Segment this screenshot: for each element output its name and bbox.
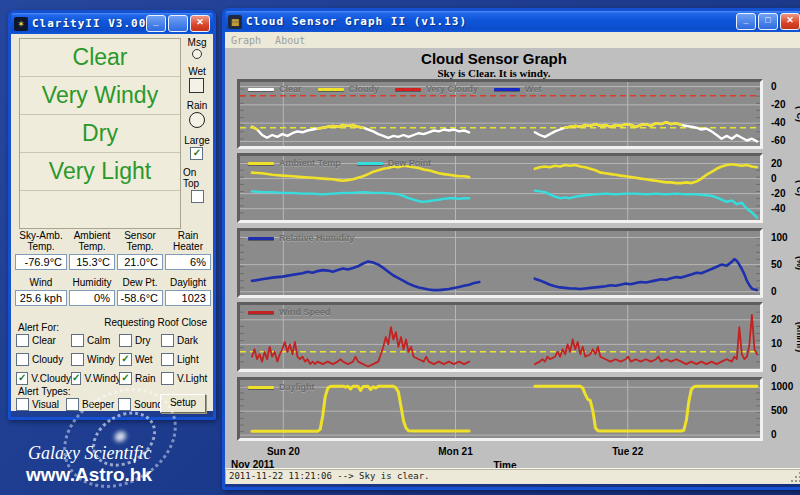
maximize-button[interactable]: □	[758, 13, 778, 30]
sky-status-display: ClearVery WindyDryVery Light	[19, 38, 181, 229]
checkbox-icon[interactable]	[119, 334, 132, 347]
alert-checkbox-wet[interactable]: ✓Wet	[119, 353, 161, 366]
y-axis-unit: (°C)	[795, 168, 800, 208]
alert-checkbox-label: V.Cloudy	[31, 373, 71, 384]
series-relative-humidity	[252, 261, 479, 290]
alert-checkbox-vlight[interactable]: V.Light	[161, 372, 208, 385]
clarity-client-area: ClearVery WindyDryVery Light MsgWetRainL…	[11, 34, 213, 411]
sensor-label: Sky-Amb.Temp.	[15, 230, 67, 252]
status-text: 2011-11-22 11:21:06 --> Sky is clear.	[229, 471, 429, 481]
clarity-titlebar[interactable]: ✶ ClarityII V3.007 _ ✕	[11, 13, 213, 34]
close-icon[interactable]: ✕	[190, 15, 210, 32]
alert-checkbox-dark[interactable]: Dark	[161, 334, 208, 347]
checkbox-icon[interactable]: ✓	[119, 353, 132, 366]
menu-graph[interactable]: Graph	[231, 35, 261, 46]
alert-checkbox-clear[interactable]: Clear	[16, 334, 71, 347]
alert-for-label: Alert For:	[18, 322, 59, 333]
sensor-label: SensorTemp.	[117, 230, 163, 252]
y-tick-label: 100	[771, 232, 800, 243]
y-tick-label: -60	[771, 135, 800, 146]
sensor-value-field[interactable]: 21.0°C	[117, 254, 163, 270]
checkbox-icon[interactable]	[16, 398, 29, 411]
alert-types-label: Alert Types:	[18, 386, 71, 397]
on-top-checkbox[interactable]	[191, 190, 204, 203]
legend-label: Dew Point	[388, 158, 432, 168]
series-dew-point	[252, 191, 469, 202]
series-wind-speed	[535, 315, 757, 364]
sensor-readings: Sky-Amb.Temp.-76.9°CAmbientTemp.15.3°CSe…	[13, 230, 211, 306]
side-indicator-column: MsgWetRainLarge✓On Top	[183, 37, 211, 210]
checkbox-icon[interactable]	[16, 334, 29, 347]
sensor-value-field[interactable]: -76.9°C	[15, 254, 67, 270]
alert-checkbox-windy[interactable]: Windy	[71, 353, 119, 366]
alert-checkbox-label: Calm	[87, 335, 110, 346]
alert-checkbox-calm[interactable]: Calm	[71, 334, 119, 347]
checkbox-icon[interactable]: ✓	[16, 372, 28, 385]
minimize-button[interactable]: _	[146, 15, 166, 32]
series-ambient-temp	[535, 164, 757, 183]
chart-panel-sky-temperature: ClearCloudyVery CloudyWet0-20-40-60(°C)	[237, 79, 797, 149]
checkbox-icon[interactable]	[71, 353, 84, 366]
alert-checkbox-label: V.Light	[177, 373, 207, 384]
legend-daylight: Daylight	[248, 381, 315, 393]
side-control-wet: Wet	[188, 66, 206, 93]
legend-wind-speed: Wind Speed	[248, 306, 330, 318]
checkbox-icon[interactable]	[161, 353, 174, 366]
alert-checkbox-label: Cloudy	[32, 354, 63, 365]
resize-grip[interactable]	[790, 471, 800, 483]
checkbox-icon[interactable]	[16, 353, 29, 366]
alert-checkbox-light[interactable]: Light	[161, 353, 208, 366]
legend-item-wind-speed: Wind Speed	[248, 307, 330, 317]
alert-checkbox-label: Dry	[135, 335, 151, 346]
checkbox-icon[interactable]	[161, 334, 174, 347]
minimize-button[interactable]: _	[736, 13, 756, 30]
alert-checkbox-label: Dark	[177, 335, 198, 346]
graph-titlebar[interactable]: ▦ Cloud Sensor Graph II (v1.13) _ □ ✕	[225, 11, 800, 32]
sensor-rain: RainHeater6%	[165, 230, 211, 270]
alert-type-visual[interactable]: Visual	[16, 398, 66, 411]
y-tick-label: 0	[771, 286, 800, 297]
alert-checkbox-cloudy[interactable]: Cloudy	[16, 353, 71, 366]
large-checkbox[interactable]: ✓	[190, 147, 203, 160]
side-control-large: Large✓	[184, 135, 210, 160]
sensor-ambient: AmbientTemp.15.3°C	[69, 230, 115, 270]
checkbox-icon[interactable]: ✓	[71, 372, 81, 385]
sensor-dew-pt-: Dew Pt.-58.6°C	[117, 277, 163, 306]
rain-indicator-icon	[189, 112, 205, 128]
y-tick-label: 20	[771, 158, 800, 169]
sensor-value-field[interactable]: 1023	[165, 290, 211, 306]
checkbox-icon[interactable]	[161, 372, 174, 385]
alert-checkbox-dry[interactable]: Dry	[119, 334, 161, 347]
clarity-window: ✶ ClarityII V3.007 _ ✕ ClearVery WindyDr…	[8, 10, 216, 420]
legend-item-clear: Clear	[248, 84, 302, 94]
close-icon[interactable]: ✕	[780, 13, 800, 30]
sensor-sensor: SensorTemp.21.0°C	[117, 230, 163, 270]
legend-swatch-icon	[494, 88, 520, 91]
checkbox-icon[interactable]	[71, 334, 84, 347]
legend-label: Ambient Temp	[279, 158, 341, 168]
sky-status-row: Clear	[20, 39, 180, 77]
legend-label: Clear	[279, 84, 302, 94]
clarity-window-title: ClarityII V3.007	[32, 17, 146, 30]
sensor-value-field[interactable]: 25.6 kph	[15, 290, 67, 306]
sensor-value-field[interactable]: -58.6°C	[117, 290, 163, 306]
plot-area-wind-speed: Wind Speed	[237, 302, 763, 372]
alert-checkbox-vcloudy[interactable]: ✓V.Cloudy	[16, 372, 71, 385]
sensor-value-field[interactable]: 6%	[165, 254, 211, 270]
alert-type-label: Visual	[32, 399, 59, 410]
legend-item-dew-point: Dew Point	[357, 158, 432, 168]
legend-item-wet: Wet	[494, 84, 541, 94]
legend-item-ambient-temp: Ambient Temp	[248, 158, 341, 168]
legend-label: Very Cloudy	[426, 84, 478, 94]
menu-about[interactable]: About	[275, 35, 305, 46]
alert-checkbox-vwindy[interactable]: ✓V.Windy	[71, 372, 119, 385]
sensor-value-field[interactable]: 0%	[69, 290, 115, 306]
legend-item-very-cloudy: Very Cloudy	[395, 84, 478, 94]
chart-subtitle: Sky is Clear. It is windy.	[225, 67, 763, 79]
sensor-value-field[interactable]: 15.3°C	[69, 254, 115, 270]
alert-checkbox-label: Wet	[135, 354, 153, 365]
legend-item-cloudy: Cloudy	[318, 84, 380, 94]
legend-swatch-icon	[248, 162, 274, 165]
maximize-button[interactable]	[168, 15, 188, 32]
legend-ambient-dewpoint: Ambient TempDew Point	[248, 157, 431, 169]
